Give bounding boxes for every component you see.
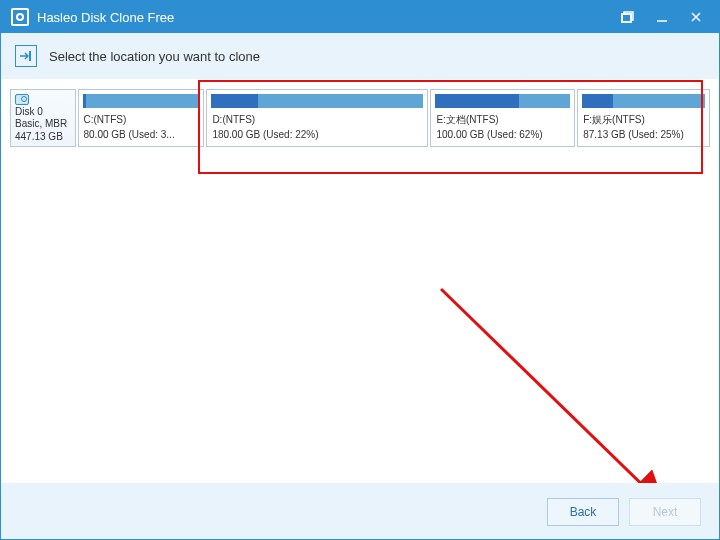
- partition-f[interactable]: F:娱乐(NTFS) 87.13 GB (Used: 25%): [577, 89, 710, 147]
- footer-bar: Back Next: [1, 483, 719, 539]
- partition-label: C:(NTFS): [79, 114, 204, 129]
- restore-button[interactable]: [611, 1, 645, 33]
- minimize-button[interactable]: [645, 1, 679, 33]
- svg-rect-1: [622, 14, 631, 22]
- disk-size: 447.13 GB: [15, 131, 63, 142]
- partition-d[interactable]: D:(NTFS) 180.00 GB (Used: 22%): [206, 89, 428, 147]
- close-button[interactable]: [679, 1, 713, 33]
- partition-c[interactable]: C:(NTFS) 80.00 GB (Used: 3...: [78, 89, 205, 147]
- disk-type: Basic, MBR: [15, 118, 67, 129]
- partition-e[interactable]: E:文档(NTFS) 100.00 GB (Used: 62%): [430, 89, 575, 147]
- partition-label: F:娱乐(NTFS): [578, 114, 709, 129]
- partition-label: E:文档(NTFS): [431, 114, 574, 129]
- disk-header[interactable]: Disk 0 Basic, MBR 447.13 GB: [10, 89, 76, 147]
- app-window: Hasleo Disk Clone Free Select the locati…: [0, 0, 720, 540]
- instruction-text: Select the location you want to clone: [49, 49, 260, 64]
- partition-detail: 180.00 GB (Used: 22%): [207, 129, 427, 144]
- partition-detail: 100.00 GB (Used: 62%): [431, 129, 574, 144]
- disk-row: Disk 0 Basic, MBR 447.13 GB C:(NTFS) 80.…: [10, 89, 710, 147]
- partition-detail: 87.13 GB (Used: 25%): [578, 129, 709, 144]
- target-arrow-icon: [15, 45, 37, 67]
- body-area: Disk 0 Basic, MBR 447.13 GB C:(NTFS) 80.…: [1, 79, 719, 483]
- svg-line-7: [441, 289, 659, 483]
- back-button[interactable]: Back: [547, 498, 619, 526]
- partition-label: D:(NTFS): [207, 114, 427, 129]
- annotation-arrow: [431, 279, 691, 483]
- titlebar: Hasleo Disk Clone Free: [1, 1, 719, 33]
- svg-rect-6: [29, 51, 31, 61]
- partition-detail: 80.00 GB (Used: 3...: [79, 129, 204, 144]
- app-title: Hasleo Disk Clone Free: [37, 10, 174, 25]
- app-logo-icon: [11, 8, 29, 26]
- instruction-bar: Select the location you want to clone: [1, 33, 719, 79]
- disk-icon: [15, 94, 29, 105]
- disk-name: Disk 0: [15, 106, 43, 117]
- next-button[interactable]: Next: [629, 498, 701, 526]
